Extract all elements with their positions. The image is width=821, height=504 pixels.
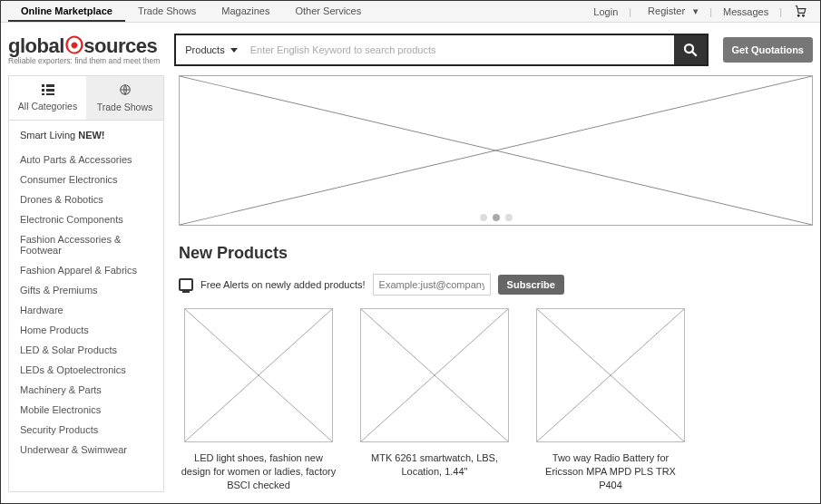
sidebar-tab-trade-shows[interactable]: Trade Shows	[86, 76, 163, 120]
category-link[interactable]: Hardware	[20, 300, 152, 320]
svg-point-1	[803, 15, 805, 16]
svg-rect-4	[42, 84, 44, 87]
subscribe-button[interactable]: Subscribe	[498, 275, 564, 295]
product-caption: Two way Radio Battery for Ericsson MPA M…	[531, 451, 690, 492]
topnav-magazines[interactable]: Magazines	[209, 2, 282, 22]
product-image[interactable]	[536, 308, 685, 442]
svg-rect-6	[42, 89, 44, 92]
topnav-trade-shows[interactable]: Trade Shows	[125, 2, 209, 22]
product-caption: LED light shoes, fashion new design for …	[179, 451, 338, 492]
cart-icon[interactable]	[787, 5, 813, 19]
svg-rect-7	[46, 89, 54, 92]
category-link[interactable]: Drones & Robotics	[20, 189, 152, 209]
list-icon	[13, 83, 83, 98]
category-link[interactable]: Underwear & Swimwear	[20, 440, 152, 460]
product-image[interactable]	[184, 308, 333, 442]
carousel-dot[interactable]	[505, 214, 513, 221]
svg-rect-9	[46, 93, 54, 95]
globe-icon	[90, 83, 160, 99]
category-link[interactable]: Electronic Components	[20, 209, 152, 229]
category-link[interactable]: Gifts & Premiums	[20, 280, 152, 300]
category-link[interactable]: LED & Solar Products	[20, 340, 152, 360]
svg-point-0	[797, 15, 799, 16]
search-input[interactable]	[245, 35, 674, 64]
category-link[interactable]: Mobile Electronics	[20, 400, 152, 420]
category-link[interactable]: Fashion Accessories & Footwear	[20, 229, 152, 260]
svg-line-3	[692, 52, 697, 56]
top-nav: Online Marketplace Trade Shows Magazines…	[1, 1, 820, 23]
messages-link[interactable]: Messages	[718, 6, 774, 17]
category-link[interactable]: Machinery & Parts	[20, 380, 152, 400]
sidebar: All Categories Trade Shows Smart Living …	[8, 75, 164, 492]
svg-point-2	[685, 44, 693, 53]
alert-subscribe-row: Free Alerts on newly added products! Sub…	[179, 274, 813, 296]
search-button[interactable]	[674, 35, 707, 64]
category-link[interactable]: Consumer Electronics	[20, 170, 152, 189]
get-quotations-button[interactable]: Get Quotations	[723, 37, 813, 63]
product-card[interactable]: LED light shoes, fashion new design for …	[179, 308, 338, 492]
featured-category[interactable]: Smart Living NEW!	[20, 130, 152, 141]
svg-rect-5	[46, 84, 54, 87]
hero-carousel[interactable]	[179, 75, 813, 226]
category-link[interactable]: LEDs & Optoelectronics	[20, 360, 152, 380]
search-category-select[interactable]: Products	[176, 35, 244, 64]
category-link[interactable]: Fashion Apparel & Fabrics	[20, 260, 152, 280]
topnav-online-marketplace[interactable]: Online Marketplace	[8, 2, 125, 22]
alert-email-input[interactable]	[373, 274, 491, 296]
new-products-heading: New Products	[179, 244, 813, 263]
carousel-dot[interactable]	[493, 214, 500, 221]
category-link[interactable]: Home Products	[20, 320, 152, 340]
alert-label: Free Alerts on newly added products!	[200, 279, 366, 290]
topnav-other-services[interactable]: Other Services	[282, 2, 374, 22]
category-link[interactable]: Auto Parts & Accessories	[20, 150, 152, 170]
monitor-icon	[179, 278, 193, 291]
product-caption: MTK 6261 smartwatch, LBS, Location, 1.44…	[355, 451, 514, 479]
register-link[interactable]: Register ▾	[637, 5, 704, 17]
logo[interactable]: global⦿sources Reliable exporters: find …	[8, 34, 160, 65]
product-image[interactable]	[360, 308, 509, 442]
sidebar-tab-categories[interactable]: All Categories	[9, 76, 86, 120]
category-link[interactable]: Security Products	[20, 420, 152, 440]
category-list: Auto Parts & AccessoriesConsumer Electro…	[20, 150, 152, 460]
svg-rect-8	[42, 93, 44, 95]
product-card[interactable]: MTK 6261 smartwatch, LBS, Location, 1.44…	[355, 308, 514, 492]
login-link[interactable]: Login	[588, 6, 623, 17]
product-card[interactable]: Two way Radio Battery for Ericsson MPA M…	[531, 308, 690, 492]
carousel-dot[interactable]	[480, 214, 487, 221]
search-box: Products	[174, 34, 708, 66]
header: global⦿sources Reliable exporters: find …	[1, 23, 820, 75]
